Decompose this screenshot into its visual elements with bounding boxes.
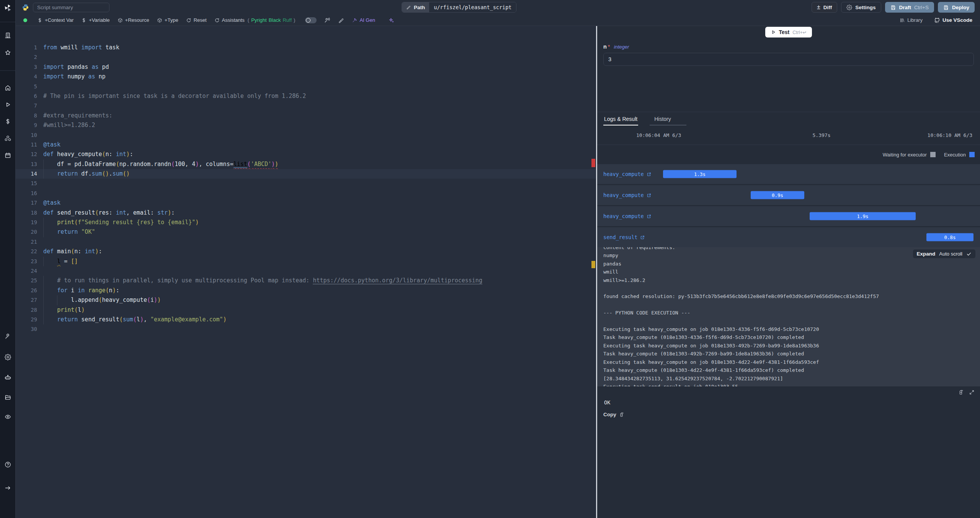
code-line[interactable]: 5	[16, 82, 596, 91]
add-type-button[interactable]: +Type	[157, 17, 178, 23]
line-number: 30	[16, 324, 43, 334]
code-line[interactable]: 22def main(n: int):	[16, 247, 596, 256]
reset-button[interactable]: Reset	[186, 17, 207, 23]
line-number: 24	[16, 266, 43, 276]
code-line[interactable]: 8#extra_requirements:	[16, 111, 596, 121]
code-line[interactable]: 28 print(l)	[16, 305, 596, 315]
code-text: #wmill>=1.286.2	[43, 121, 95, 130]
line-number: 16	[16, 189, 43, 198]
code-line[interactable]: 20 return "OK"	[16, 227, 596, 237]
tab-logs-result[interactable]: Logs & Result	[603, 113, 638, 125]
settings-gear-icon[interactable]	[5, 354, 11, 360]
add-variable-button[interactable]: +Variable	[81, 17, 109, 23]
library-button[interactable]: Library	[900, 17, 923, 23]
argument-n-input[interactable]	[603, 53, 974, 66]
log-line: pandas	[603, 260, 980, 268]
settings-button[interactable]: Settings	[841, 2, 881, 13]
code-line[interactable]: 15	[16, 179, 596, 188]
assistants-button[interactable]: Assistants (Pyright Black Ruff)	[214, 17, 296, 23]
script-summary-input[interactable]	[33, 3, 109, 12]
code-area[interactable]: 1from wmill import task23import pandas a…	[16, 26, 596, 334]
code-line[interactable]: 13 df = pd.DataFrame(np.random.randn(100…	[16, 160, 596, 169]
code-line[interactable]: 10	[16, 130, 596, 140]
code-text: import numpy as np	[43, 72, 106, 81]
windmill-logo-icon[interactable]	[4, 4, 12, 12]
expand-logs-button[interactable]: Expand	[917, 251, 936, 257]
code-line[interactable]: 16	[16, 189, 596, 198]
assistants-status: (Pyright Black Ruff)	[248, 17, 296, 23]
code-line[interactable]: 7	[16, 101, 596, 111]
resources-cubes-icon[interactable]	[5, 135, 11, 142]
multiplayer-users-icon[interactable]	[324, 17, 330, 23]
expand-sidebar-arrow-icon[interactable]	[5, 485, 11, 491]
path-value: u/rfiszel/pleasant_script	[429, 2, 516, 12]
runs-play-icon[interactable]	[5, 101, 11, 108]
logs-viewer[interactable]: content of requirements:numpypandaswmill…	[597, 247, 980, 386]
code-line[interactable]: 29 return send_result(sum(l), "example@e…	[16, 315, 596, 324]
code-line[interactable]: 4import numpy as np	[16, 72, 596, 81]
audit-eye-icon[interactable]	[5, 414, 11, 420]
diff-mode-toggle[interactable]	[305, 17, 317, 23]
help-icon[interactable]	[5, 461, 11, 468]
log-line: Task heavy_compute (018e1303-4d22-4e9f-4…	[603, 366, 980, 374]
code-line[interactable]: 17@task	[16, 198, 596, 208]
code-line[interactable]: 24	[16, 266, 596, 276]
code-line[interactable]: 23 l = []	[16, 257, 596, 266]
deploy-button[interactable]: Deploy	[938, 2, 975, 13]
log-line: Executing task heavy_compute on job 018e…	[603, 358, 980, 366]
code-line[interactable]: 18def send_result(res: int, email: str):	[16, 208, 596, 218]
line-number: 6	[16, 91, 43, 101]
code-line[interactable]: 1from wmill import task	[16, 43, 596, 52]
code-line[interactable]: 30	[16, 324, 596, 334]
code-line[interactable]: 26 for i in range(n):	[16, 286, 596, 295]
fullscreen-icon[interactable]	[969, 389, 975, 395]
play-icon	[771, 29, 776, 35]
user-icon[interactable]	[5, 333, 11, 339]
package-icon	[157, 18, 162, 23]
diff-button[interactable]: ± Diff	[812, 2, 837, 13]
code-line[interactable]: 21	[16, 237, 596, 247]
favorites-star-icon[interactable]	[5, 49, 11, 56]
topbar-actions: ± Diff Settings Draft Ctrl+S Deploy	[812, 2, 975, 13]
log-line	[603, 284, 980, 292]
code-line[interactable]: 2	[16, 52, 596, 62]
copy-logs-clipboard-icon[interactable]	[959, 389, 964, 395]
copy-result-button[interactable]: Copy	[603, 412, 625, 417]
task-link[interactable]: heavy_compute	[603, 192, 652, 198]
line-number: 3	[16, 62, 43, 72]
task-link[interactable]: send_result	[603, 234, 645, 240]
autoscroll-toggle[interactable]: Auto scroll	[939, 251, 962, 257]
add-resource-button[interactable]: +Resource	[118, 17, 149, 23]
format-brush-icon[interactable]	[338, 17, 344, 23]
task-link[interactable]: heavy_compute	[603, 213, 652, 219]
sparkles-plus-icon[interactable]	[388, 17, 394, 23]
path-control[interactable]: Path u/rfiszel/pleasant_script	[402, 2, 516, 13]
home-icon[interactable]	[5, 85, 11, 91]
add-context-var-button[interactable]: +Context Var	[37, 17, 74, 23]
task-link[interactable]: heavy_compute	[603, 171, 652, 177]
code-line[interactable]: 27 l.append(heavy_compute(i))	[16, 295, 596, 305]
schedules-calendar-icon[interactable]	[5, 152, 11, 158]
line-number: 27	[16, 295, 43, 305]
folders-icon[interactable]	[5, 394, 11, 401]
code-line[interactable]: 9#wmill>=1.286.2	[16, 121, 596, 130]
use-vscode-button[interactable]: Use VScode	[934, 17, 972, 23]
code-line[interactable]: 14 return df.sum().sum()	[16, 169, 596, 179]
line-number: 26	[16, 286, 43, 295]
test-button[interactable]: Test Ctrl+↵	[765, 27, 812, 37]
workers-robot-icon[interactable]	[5, 374, 11, 381]
code-editor[interactable]: 1from wmill import task23import pandas a…	[16, 26, 596, 518]
ai-gen-button[interactable]: AI Gen	[352, 17, 375, 23]
sidebar-divider	[0, 22, 15, 22]
code-line[interactable]: 3import pandas as pd	[16, 62, 596, 72]
workspace-building-icon[interactable]	[5, 32, 11, 39]
code-line[interactable]: 19 print(f"Sending result {res} to {emai…	[16, 218, 596, 227]
code-line[interactable]: 12def heavy_compute(n: int):	[16, 150, 596, 159]
code-line[interactable]: 11@task	[16, 140, 596, 150]
variables-dollar-icon[interactable]	[5, 118, 11, 125]
draft-button[interactable]: Draft Ctrl+S	[885, 2, 934, 13]
code-line[interactable]: 6# The pin is important since task is a …	[16, 91, 596, 101]
code-line[interactable]: 25 # to run things in parallel, simply u…	[16, 276, 596, 285]
path-chip[interactable]: Path	[402, 2, 429, 12]
tab-history[interactable]: History	[650, 113, 686, 125]
